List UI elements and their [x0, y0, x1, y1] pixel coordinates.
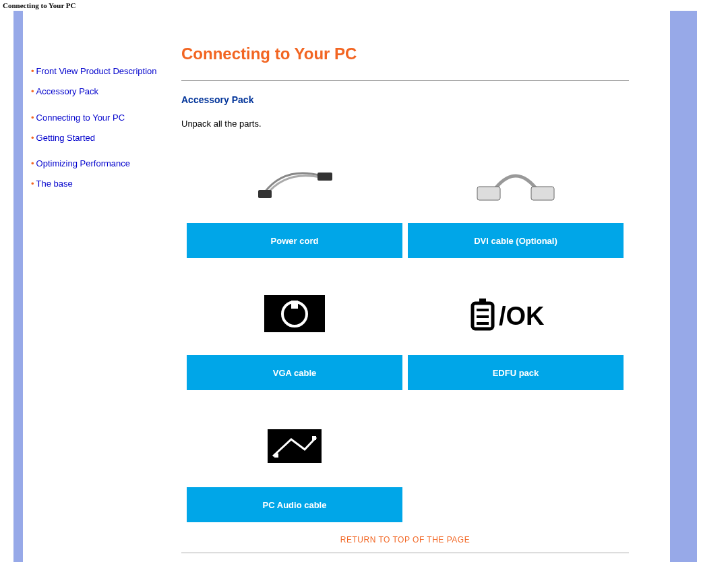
image-vga-cable	[187, 274, 402, 355]
bullet-icon: •	[31, 179, 36, 189]
divider	[181, 80, 629, 81]
dvi-cable-icon	[472, 156, 559, 210]
svg-rect-10	[479, 299, 486, 303]
empty-cell	[408, 406, 624, 487]
right-margin	[697, 11, 715, 562]
sidebar-item-getting-started[interactable]: •Getting Started	[31, 133, 158, 144]
edfu-pack-icon: /OK	[468, 296, 563, 334]
svg-text:/OK: /OK	[499, 302, 545, 330]
left-blue-bar	[13, 11, 23, 562]
svg-rect-13	[312, 436, 316, 440]
page-title: Connecting to Your PC	[181, 44, 629, 63]
sidebar-link[interactable]: Connecting to Your PC	[36, 113, 125, 123]
sidebar-item-optimizing[interactable]: •Optimizing Performance	[31, 158, 158, 169]
sidebar-item-front-view[interactable]: •Front View Product Description	[31, 66, 158, 77]
sidebar-link[interactable]: Accessory Pack	[36, 86, 98, 96]
bullet-icon: •	[31, 113, 36, 123]
sidebar-link[interactable]: The base	[36, 179, 73, 189]
label-dvi-cable: DVI cable (Optional)	[408, 223, 624, 258]
sidebar-item-base[interactable]: •The base	[31, 179, 158, 189]
return-to-top[interactable]: RETURN TO TOP OF THE PAGE	[181, 534, 629, 544]
sidebar-link[interactable]: Front View Product Description	[36, 66, 157, 76]
sidebar-item-accessory-pack[interactable]: •Accessory Pack	[31, 86, 158, 97]
label-pc-audio: PC Audio cable	[187, 487, 402, 522]
right-blue-bar	[670, 11, 697, 562]
main-content: Connecting to Your PC Accessory Pack Unp…	[164, 11, 646, 562]
pc-audio-cable-icon	[268, 429, 322, 463]
image-pc-audio	[187, 406, 402, 487]
svg-rect-5	[291, 301, 298, 309]
bullet-icon: •	[31, 86, 36, 96]
label-power-cord: Power cord	[187, 223, 402, 258]
svg-rect-1	[317, 173, 332, 181]
image-dvi-cable	[408, 142, 624, 223]
svg-rect-2	[477, 187, 500, 200]
intro-text: Unpack all the parts.	[181, 119, 629, 129]
svg-rect-12	[274, 454, 278, 458]
accessory-table: Power cord DVI cable (Optional)	[181, 142, 629, 522]
divider	[181, 553, 629, 553]
window-title: Connecting to Your PC	[0, 0, 728, 11]
empty-label-cell	[408, 487, 624, 522]
vga-cable-icon	[264, 295, 325, 332]
page-container: •Front View Product Description •Accesso…	[13, 11, 715, 562]
label-edfu-pack: EDFU pack	[408, 355, 624, 390]
sidebar: •Front View Product Description •Accesso…	[23, 11, 164, 562]
bullet-icon: •	[31, 158, 36, 168]
svg-rect-3	[531, 187, 554, 200]
bullet-icon: •	[31, 133, 36, 143]
sidebar-link[interactable]: Optimizing Performance	[36, 158, 130, 168]
sidebar-item-connecting[interactable]: •Connecting to Your PC	[31, 113, 158, 123]
sidebar-link[interactable]: Getting Started	[36, 133, 95, 143]
right-gap	[646, 11, 670, 562]
image-edfu-pack: /OK	[408, 274, 624, 355]
bullet-icon: •	[31, 66, 36, 76]
image-power-cord	[187, 142, 402, 223]
svg-rect-0	[258, 190, 272, 198]
return-to-top-link[interactable]: RETURN TO TOP OF THE PAGE	[340, 535, 470, 544]
power-cord-icon	[254, 159, 335, 206]
section-heading: Accessory Pack	[181, 94, 629, 105]
label-vga-cable: VGA cable	[187, 355, 402, 390]
